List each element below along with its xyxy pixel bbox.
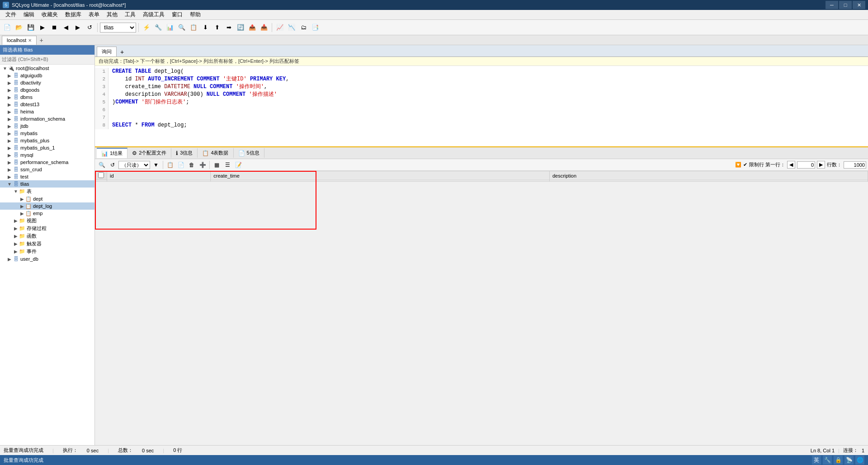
col-description[interactable]: description [549,171,868,180]
maximize-button[interactable]: □ [839,1,852,9]
add-query-tab[interactable]: + [117,47,127,56]
result-btn-grid[interactable]: ▦ [212,160,222,169]
result-btn-paste[interactable]: 📄 [176,160,186,169]
tree-table-emp[interactable]: ▶ 📋 emp [0,210,94,217]
tree-folder-views[interactable]: ▶ 📁 视图 [0,217,94,225]
tree-folder-events[interactable]: ▶ 📁 事件 [0,248,94,255]
toolbar-new[interactable]: 📄 [2,22,13,33]
minimize-button[interactable]: ─ [826,1,838,9]
tree-db-dbtest13[interactable]: ▶ 🗄 dbtest13 [0,101,94,108]
toolbar-btn1[interactable]: ⚡ [141,22,152,33]
add-connection-tab[interactable]: + [37,36,46,45]
page-next[interactable]: ▶ [817,161,825,169]
toolbar-run[interactable]: ▶ [37,22,48,33]
result-btn-delete[interactable]: 🗑 [187,160,197,169]
tree-db-mybatis[interactable]: ▶ 🗄 mybatis [0,130,94,137]
menu-window[interactable]: 窗口 [168,10,186,19]
tree-folder-procedures[interactable]: ▶ 📁 存储过程 [0,225,94,232]
toolbar-back[interactable]: ◀ [61,22,71,33]
result-btn-refresh[interactable]: ↺ [108,160,118,169]
tree-db-ssm-crud[interactable]: ▶ 🗄 ssm_crud [0,166,94,173]
toolbar-btn7[interactable]: ⬆ [212,22,222,33]
toolbar-btn10[interactable]: 📤 [247,22,258,33]
page-first-input[interactable] [797,161,815,169]
tree-db-mybatis-plus[interactable]: ▶ 🗄 mybatis_plus [0,137,94,144]
result-tab-2[interactable]: ⚙ 2个配置文件 [127,148,171,158]
menu-edit[interactable]: 编辑 [20,10,38,19]
sidebar-filter[interactable]: 过滤器 (Ctrl+Shift+B) [0,55,94,65]
tree-db-user-db[interactable]: ▶ 🗄 user_db [0,255,94,263]
result-btn-copy[interactable]: 📋 [165,160,175,169]
toolbar-btn14[interactable]: 🗂 [298,22,309,33]
tree-db-dbms[interactable]: ▶ 🗄 dbms [0,94,94,101]
tree-folder-tables[interactable]: ▼ 📁 表 [0,188,94,195]
tree-db-atguigudb[interactable]: ▶ 🗄 atguigudb [0,72,94,79]
tree-root[interactable]: ▼ 🔌 root@localhost [0,65,94,72]
tree-db-dbgoods[interactable]: ▶ 🗄 dbgoods [0,86,94,94]
result-btn-list[interactable]: ☰ [222,160,232,169]
result-tab-5[interactable]: 📄 5信息 [234,148,264,158]
bottom-icon-4[interactable]: 📡 [844,456,854,465]
tree-db-tlias[interactable]: ▼ 🗄 tlias [0,180,94,188]
toolbar-btn12[interactable]: 📈 [274,22,285,33]
sql-editor[interactable]: 1 CREATE TABLE dept_log( 2 id INT AUTO_I… [95,66,868,147]
bottom-icon-3[interactable]: 🔒 [834,456,843,465]
tree-db-information-schema[interactable]: ▶ 🗄 information_schema [0,115,94,122]
toolbar-btn15[interactable]: 📑 [310,22,321,33]
toolbar-stop[interactable]: ⏹ [49,22,60,33]
page-prev[interactable]: ◀ [787,161,795,169]
col-checkbox[interactable] [95,171,107,180]
col-id[interactable]: id [107,171,211,180]
toolbar-btn4[interactable]: 🔍 [176,22,187,33]
result-btn-dropdown[interactable]: ▼ [151,160,161,169]
menu-favorites[interactable]: 收藏夹 [38,10,61,19]
tree-db-heima[interactable]: ▶ 🗄 heima [0,108,94,115]
result-tab-4[interactable]: 📋 4表数据 [198,148,233,158]
menu-help[interactable]: 帮助 [186,10,204,19]
tree-db-mysql[interactable]: ▶ 🗄 mysql [0,151,94,159]
menu-advanced-tools[interactable]: 高级工具 [139,10,168,19]
result-tab-1[interactable]: 📊 1结果 [97,148,127,158]
bottom-icon-1[interactable]: 英 [812,456,821,465]
toolbar-forward[interactable]: ▶ [72,22,83,33]
query-tab-inquiry[interactable]: 询问 [97,47,117,56]
toolbar-btn3[interactable]: 📊 [165,22,175,33]
menu-file[interactable]: 文件 [2,10,20,19]
tree-folder-functions[interactable]: ▶ 📁 函数 [0,232,94,240]
col-create-time[interactable]: create_time [211,171,550,180]
toolbar-save[interactable]: 💾 [25,22,36,33]
menu-tools[interactable]: 工具 [121,10,139,19]
tab-localhost[interactable]: localhost ✕ [2,36,37,45]
toolbar-btn11[interactable]: 📥 [259,22,269,33]
result-mode-select[interactable]: （只读） [118,161,150,169]
menu-database[interactable]: 数据库 [61,10,85,19]
result-btn-add[interactable]: ➕ [198,160,208,169]
tree-db-performance-schema[interactable]: ▶ 🗄 performance_schema [0,159,94,166]
toolbar-refresh[interactable]: ↺ [84,22,95,33]
toolbar-btn13[interactable]: 📉 [286,22,297,33]
toolbar-btn2[interactable]: 🔧 [153,22,164,33]
tree-db-test[interactable]: ▶ 🗄 test [0,173,94,180]
tree-db-jtdb[interactable]: ▶ 🗄 jtdb [0,122,94,130]
result-btn-filter[interactable]: 🔍 [97,160,107,169]
tree-folder-triggers[interactable]: ▶ 📁 触发器 [0,240,94,248]
menu-table[interactable]: 表单 [85,10,103,19]
tree-db-mybatis-plus-1[interactable]: ▶ 🗄 mybatis_plus_1 [0,144,94,151]
tab-localhost-close[interactable]: ✕ [28,38,32,43]
toolbar-btn8[interactable]: ➡ [223,22,234,33]
toolbar-btn9[interactable]: 🔄 [235,22,246,33]
close-button[interactable]: ✕ [853,1,865,9]
toolbar-btn5[interactable]: 📋 [188,22,199,33]
bottom-icon-5[interactable]: 🌐 [855,456,864,465]
toolbar-btn6[interactable]: ⬇ [200,22,211,33]
page-count-input[interactable] [844,161,866,169]
result-tab-3[interactable]: ℹ 3信息 [171,148,198,158]
tree-table-dept-log[interactable]: ▶ 📋 dept_log [0,202,94,210]
tree-table-dept[interactable]: ▶ 📋 dept [0,195,94,202]
select-all-checkbox[interactable] [98,172,104,178]
menu-other[interactable]: 其他 [103,10,121,19]
toolbar-open[interactable]: 📂 [14,22,24,33]
tree-db-dbactivity[interactable]: ▶ 🗄 dbactivity [0,79,94,86]
result-btn-text[interactable]: 📝 [233,160,243,169]
bottom-icon-2[interactable]: 🔧 [823,456,832,465]
